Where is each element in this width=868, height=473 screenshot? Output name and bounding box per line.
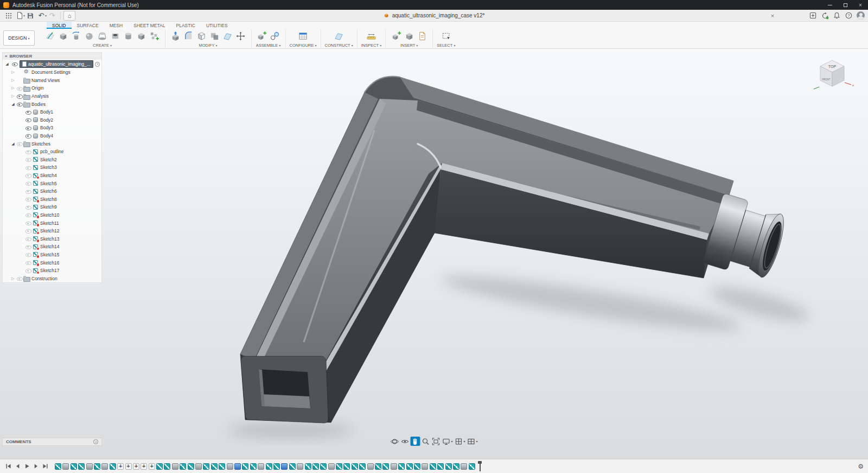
browser-tree-item[interactable]: Body1 <box>3 108 101 116</box>
timeline-feature[interactable] <box>453 463 459 470</box>
step-forward-icon[interactable] <box>32 462 40 470</box>
visibility-eye-icon[interactable] <box>16 101 22 107</box>
construction-plane-icon[interactable] <box>333 30 346 43</box>
timeline-feature[interactable] <box>273 463 280 470</box>
pattern-icon[interactable] <box>148 30 161 43</box>
visibility-eye-icon[interactable] <box>25 133 31 139</box>
timeline-feature[interactable] <box>422 463 428 470</box>
ribbon-tab[interactable]: UTILITIES <box>201 22 233 29</box>
timeline-feature[interactable] <box>367 463 374 470</box>
press-pull-icon[interactable] <box>169 30 182 43</box>
visibility-eye-icon[interactable] <box>25 188 31 194</box>
timeline-feature[interactable] <box>101 463 108 470</box>
minimize-button[interactable] <box>822 0 838 10</box>
comments-expand-icon[interactable] <box>93 439 98 444</box>
timeline-settings-gear-icon[interactable]: ⚙ <box>858 463 864 470</box>
document-tab[interactable]: aquatic_ultrasonic_imaging_case v12* <box>384 12 485 18</box>
extrude-icon[interactable] <box>57 30 70 43</box>
timeline-feature[interactable] <box>320 463 327 470</box>
view-cube[interactable]: TOP FRONT x <box>810 55 854 91</box>
expand-icon[interactable] <box>10 94 16 98</box>
document-tab-close-icon[interactable]: × <box>768 12 777 19</box>
timeline-feature[interactable] <box>149 463 155 470</box>
timeline-feature[interactable] <box>414 463 420 470</box>
visibility-eye-icon[interactable] <box>25 244 31 250</box>
timeline-feature[interactable] <box>227 463 233 470</box>
visibility-eye-icon[interactable] <box>25 196 31 202</box>
browser-tree-item[interactable]: Body4 <box>3 132 101 140</box>
group-label-construct[interactable]: CONSTRUCT▾ <box>325 43 353 48</box>
group-label-create[interactable]: CREATE▾ <box>93 43 112 48</box>
visibility-eye-icon[interactable] <box>25 268 31 274</box>
loft-icon[interactable] <box>96 30 109 43</box>
viewport[interactable]: TOP FRONT x « BROWSER aquatic_ultrasonic… <box>0 49 868 459</box>
fit-icon[interactable] <box>431 437 441 446</box>
browser-tree-item[interactable]: Document Settings <box>3 68 101 77</box>
browser-tree-item[interactable]: Construction <box>3 274 101 282</box>
pan-icon[interactable] <box>410 437 420 446</box>
activate-component-radio[interactable] <box>95 62 100 67</box>
timeline-feature[interactable] <box>203 463 209 470</box>
timeline-feature[interactable] <box>219 463 225 470</box>
timeline-feature[interactable] <box>469 463 475 470</box>
timeline-feature[interactable] <box>211 463 218 470</box>
go-to-start-icon[interactable] <box>4 462 12 470</box>
timeline-feature[interactable] <box>289 463 296 470</box>
timeline-feature[interactable] <box>78 463 85 470</box>
timeline-feature[interactable] <box>406 463 413 470</box>
group-label-configure[interactable]: CONFIGURE▾ <box>290 43 317 48</box>
browser-tree-item[interactable]: Sketch9 <box>3 203 101 211</box>
timeline-feature[interactable] <box>312 463 319 470</box>
visibility-eye-icon[interactable] <box>25 180 31 186</box>
timeline-feature[interactable] <box>172 463 178 470</box>
timeline-feature[interactable] <box>281 463 288 470</box>
ribbon-tab[interactable]: SHEET METAL <box>128 22 170 29</box>
expand-icon[interactable] <box>10 102 16 106</box>
browser-tree-item[interactable]: Sketch15 <box>3 251 101 259</box>
timeline-feature[interactable] <box>336 463 342 470</box>
visibility-eye-icon[interactable] <box>25 212 31 218</box>
group-label-inspect[interactable]: INSPECT▾ <box>361 43 382 48</box>
select-icon[interactable] <box>439 30 452 43</box>
ribbon-tab[interactable]: MESH <box>104 22 129 29</box>
fillet-icon[interactable] <box>182 30 195 43</box>
timeline-feature[interactable] <box>266 463 272 470</box>
visibility-eye-icon[interactable] <box>16 275 22 281</box>
notifications-icon[interactable] <box>833 11 841 20</box>
browser-tree-item[interactable]: Sketch12 <box>3 227 101 235</box>
visibility-eye-icon[interactable] <box>25 228 31 234</box>
close-button[interactable]: × <box>853 0 868 10</box>
browser-tree-item[interactable]: Sketch6 <box>3 187 101 195</box>
browser-tree-item[interactable]: Sketch17 <box>3 267 101 275</box>
new-component-icon[interactable] <box>256 30 269 43</box>
move-copy-icon[interactable] <box>234 30 247 43</box>
timeline-feature[interactable] <box>164 463 170 470</box>
browser-tree-item[interactable]: Sketch11 <box>3 219 101 227</box>
timeline-feature[interactable] <box>117 463 124 470</box>
browser-tree-item[interactable]: Sketch2 <box>3 156 101 164</box>
timeline-feature[interactable] <box>398 463 405 470</box>
timeline-feature[interactable] <box>141 463 147 470</box>
visibility-eye-icon[interactable] <box>25 220 31 226</box>
browser-tree-item[interactable]: Sketches <box>3 140 101 148</box>
timeline-feature[interactable] <box>133 463 139 470</box>
timeline-feature[interactable] <box>352 463 358 470</box>
group-label-assemble[interactable]: ASSEMBLE▾ <box>256 43 280 48</box>
timeline-feature[interactable] <box>125 463 132 470</box>
design-workspace-button[interactable]: DESIGN▾ <box>3 30 35 46</box>
browser-tree-item[interactable]: Sketch13 <box>3 235 101 243</box>
timeline-feature[interactable] <box>382 463 389 470</box>
browser-tree-item[interactable]: Sketch8 <box>3 195 101 204</box>
expand-icon[interactable] <box>10 142 16 146</box>
group-label-select[interactable]: SELECT▾ <box>437 43 455 48</box>
configure-icon[interactable] <box>297 30 310 43</box>
visibility-eye-icon[interactable] <box>25 156 31 162</box>
thread-icon[interactable] <box>122 30 135 43</box>
timeline-feature[interactable] <box>156 463 163 470</box>
shell-icon[interactable] <box>195 30 208 43</box>
primitive-box-icon[interactable] <box>135 30 148 43</box>
timeline-feature[interactable] <box>94 463 100 470</box>
extensions-icon[interactable] <box>809 11 817 20</box>
comments-bar[interactable]: COMMENTS <box>2 438 102 446</box>
browser-tree-item[interactable]: Bodies <box>3 100 101 108</box>
